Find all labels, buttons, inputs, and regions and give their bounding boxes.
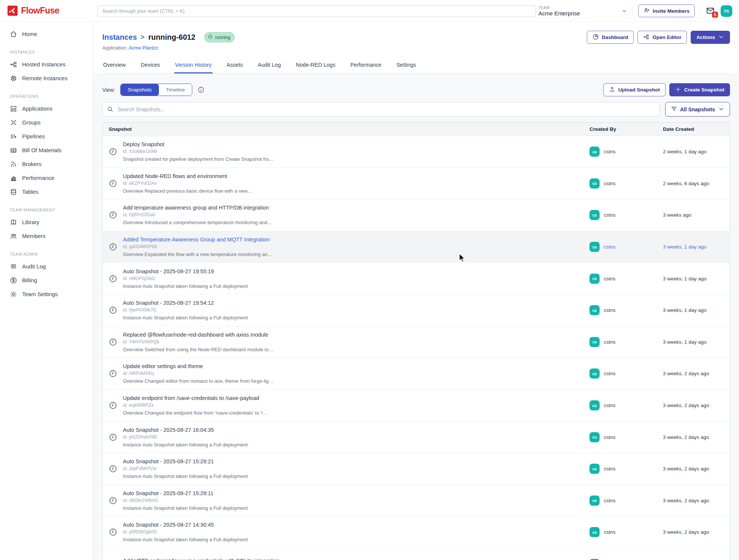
sidebar-item-tables[interactable]: Tables <box>0 185 93 199</box>
creator-name: cstns <box>604 529 616 535</box>
snapshot-id: id: YWVPzN0PQb <box>123 339 274 344</box>
clock-icon <box>109 179 117 188</box>
info-icon[interactable] <box>197 86 205 93</box>
applications-icon <box>10 105 17 112</box>
editor-nodes-icon <box>643 34 649 41</box>
upload-snapshot-button[interactable]: Upload Snapshot <box>603 83 666 96</box>
funnel-icon <box>671 106 677 113</box>
snapshot-description: Overview Changed the endpoint flow from … <box>123 410 268 416</box>
notifications-button[interactable]: 5 <box>706 6 715 16</box>
user-avatar[interactable]: cs <box>721 5 732 17</box>
sidebar-item-remote-instances[interactable]: Remote Instances <box>0 71 93 85</box>
creator-avatar: cs <box>589 464 600 474</box>
sidebar-item-brokers[interactable]: Brokers <box>0 157 93 171</box>
date-created: 3 weeks, 2 days ago <box>657 498 730 503</box>
snapshot-filter-dropdown[interactable]: All Snapshots <box>665 102 730 117</box>
tab-version-history[interactable]: Version History <box>174 60 212 73</box>
creator-name: cstns <box>604 244 616 250</box>
breadcrumb-instances-link[interactable]: Instances <box>102 33 137 42</box>
main-content: Instances > running-6012 running Applica… <box>93 22 739 560</box>
sidebar-item-audit-log[interactable]: Audit Log <box>0 259 93 273</box>
sidebar-item-performance[interactable]: Performance <box>0 171 93 185</box>
view-toggle-snapshots[interactable]: Snapshots <box>121 84 159 96</box>
actions-button[interactable]: Actions <box>691 31 730 44</box>
snapshot-description: Overview Expanded the flow with a new te… <box>123 252 272 257</box>
column-created-by: Created By <box>583 123 657 136</box>
tab-settings[interactable]: Settings <box>396 60 417 73</box>
snapshot-title: Auto Snapshot - 2025-08-27 15:28:21 <box>123 458 248 464</box>
sidebar-section-operations: OPERATIONS <box>0 85 93 102</box>
creator-avatar: cs <box>589 368 600 379</box>
audit-log-icon <box>10 263 17 270</box>
table-row[interactable]: Update editor settings and themeid: AlRP… <box>103 358 730 390</box>
table-row[interactable]: Auto Snapshot - 2025-08-27 16:04:35id: y… <box>103 421 730 453</box>
snapshot-search-input[interactable] <box>102 102 660 117</box>
table-row[interactable]: Replaced @flowfuse/node-red-dashboard wi… <box>103 326 730 358</box>
snapshot-id: id: OjBPrO3Da0 <box>123 212 272 217</box>
creator-name: cstns <box>604 307 616 313</box>
sidebar-item-billing[interactable]: Billing <box>0 273 93 287</box>
divider <box>633 6 633 16</box>
sidebar-item-label: Bill Of Materials <box>22 147 61 153</box>
application-line: Application: Acme Plantzz <box>102 45 730 51</box>
invite-members-button[interactable]: Invite Members <box>638 4 695 17</box>
global-search-input[interactable] <box>97 5 536 17</box>
application-link[interactable]: Acme Plantzz <box>129 45 158 51</box>
pipelines-icon <box>10 133 17 140</box>
instance-name: running-6012 <box>148 33 196 42</box>
creator-name: cstns <box>604 339 616 345</box>
table-row[interactable]: Updated Node-RED flows and environmentid… <box>103 168 730 200</box>
table-row[interactable]: Auto Snapshot - 2025-08-27 19:55:19id: n… <box>103 263 730 295</box>
sidebar-item-library[interactable]: Library <box>0 215 93 229</box>
table-row[interactable]: Auto Snapshot - 2025-08-27 15:28:11id: o… <box>103 485 730 517</box>
snapshot-title: Update endpoint from /save-credentials t… <box>123 395 268 401</box>
snapshot-title: Auto Snapshot - 2025-08-27 19:54:12 <box>123 300 248 306</box>
snapshot-title: Auto Snapshot - 2025-08-27 14:30:45 <box>123 522 248 528</box>
team-label: TEAM: <box>539 6 580 10</box>
sidebar-item-hosted-instances[interactable]: Hosted Instances <box>0 57 93 71</box>
snapshot-id: id: oBOkv1W6AG <box>123 498 248 503</box>
snapshot-table: Snapshot Created By Date Created Deploy … <box>102 122 730 560</box>
table-row[interactable]: Add temperature awareness group and HTTP… <box>103 199 730 231</box>
create-snapshot-button[interactable]: Create Snapshot <box>669 83 730 96</box>
flowfuse-logo-icon <box>7 6 18 16</box>
table-row[interactable]: Deploy Snapshotid: X3o6Bw1k9WSnapshot cr… <box>103 136 730 168</box>
sidebar-item-pipelines[interactable]: Pipelines <box>0 129 93 143</box>
billing-icon <box>10 277 17 284</box>
sidebar-item-home[interactable]: Home <box>0 27 93 41</box>
sidebar-item-label: Groups <box>22 119 40 126</box>
team-settings-icon <box>10 290 17 298</box>
tab-assets[interactable]: Assets <box>226 60 244 73</box>
tab-node-red-logs[interactable]: Node-RED Logs <box>295 60 336 73</box>
table-row[interactable]: Added Temperature Awareness Group and MQ… <box>103 231 730 263</box>
table-row[interactable]: Auto Snapshot - 2025-08-27 19:54:12id: 0… <box>103 295 730 326</box>
view-toggle-timeline[interactable]: Timeline <box>159 84 192 96</box>
clock-icon <box>109 401 117 410</box>
open-editor-button[interactable]: Open Editor <box>637 31 687 44</box>
tab-devices[interactable]: Devices <box>140 60 161 73</box>
groups-icon <box>10 119 17 126</box>
sidebar-item-label: Applications <box>22 105 52 112</box>
sidebar-item-groups[interactable]: Groups <box>0 115 93 129</box>
team-selector[interactable]: TEAM: Acme Enterprise <box>539 6 627 16</box>
snapshot-title: Auto Snapshot - 2025-08-27 19:55:19 <box>123 268 248 274</box>
table-row[interactable]: Auto Snapshot - 2025-08-27 15:28:21id: J… <box>103 453 730 485</box>
table-row[interactable]: Update endpoint from /save-credentials t… <box>103 390 730 422</box>
sidebar-section-team-management: TEAM MANAGEMENT <box>0 199 93 215</box>
creator-name: cstns <box>604 276 616 281</box>
date-created: 3 weeks, 2 days ago <box>657 434 730 440</box>
tab-overview[interactable]: Overview <box>102 60 126 73</box>
date-created: 3 weeks, 1 day ago <box>657 276 730 281</box>
snapshot-id: id: 0jwPAXMk7O <box>123 307 248 313</box>
flowfuse-logo[interactable]: FlowFuse <box>7 6 59 16</box>
table-row[interactable]: Auto Snapshot - 2025-08-27 14:30:45id: y… <box>103 517 730 548</box>
table-header: Snapshot Created By Date Created <box>103 123 730 136</box>
sidebar-item-applications[interactable]: Applications <box>0 102 93 115</box>
table-row[interactable]: Add HTTP endpoint for saving credentials… <box>103 548 730 560</box>
tab-performance[interactable]: Performance <box>350 60 382 73</box>
sidebar-item-bill-of-materials[interactable]: Bill Of Materials <box>0 143 93 157</box>
dashboard-button[interactable]: Dashboard <box>587 31 634 44</box>
sidebar-item-team-settings[interactable]: Team Settings <box>0 287 93 301</box>
sidebar-item-members[interactable]: Members <box>0 229 93 243</box>
tab-audit-log[interactable]: Audit Log <box>257 60 281 73</box>
